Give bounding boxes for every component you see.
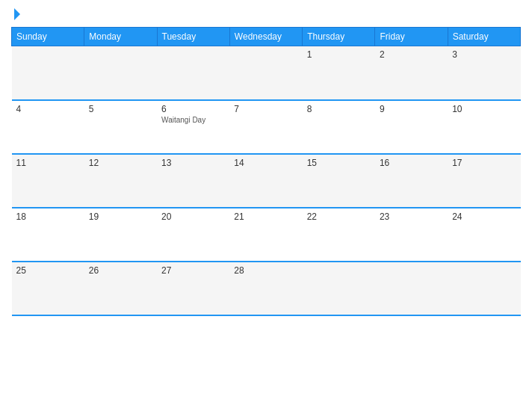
calendar-cell: 16 — [375, 154, 448, 208]
calendar-cell: 5 — [84, 100, 157, 154]
calendar-cell — [229, 46, 302, 100]
day-number: 22 — [307, 211, 371, 222]
weekday-header-saturday: Saturday — [448, 28, 520, 46]
calendar-cell: 12 — [84, 154, 157, 208]
calendar-cell: 3 — [448, 46, 520, 100]
calendar-cell — [448, 262, 520, 315]
logo-triangle-icon — [14, 8, 20, 20]
calendar-cell: 11 — [12, 154, 84, 208]
calendar-week-row: 11121314151617 — [12, 154, 521, 208]
calendar-cell: 25 — [12, 262, 84, 315]
weekday-header-monday: Monday — [84, 28, 157, 46]
day-number: 6 — [161, 104, 225, 114]
day-number: 28 — [234, 265, 297, 276]
calendar-cell: 26 — [84, 262, 157, 315]
calendar-body: 123456Waitangi Day7891011121314151617181… — [12, 46, 521, 315]
day-number: 7 — [234, 104, 297, 114]
calendar-cell: 13 — [157, 154, 229, 208]
weekday-header-wednesday: Wednesday — [229, 28, 302, 46]
calendar-cell — [12, 46, 84, 100]
day-number: 12 — [89, 158, 152, 168]
calendar-cell: 10 — [448, 100, 520, 154]
day-number: 26 — [89, 265, 152, 276]
calendar-header — [11, 7, 521, 21]
weekday-header-friday: Friday — [375, 28, 448, 46]
day-number: 3 — [452, 49, 516, 60]
weekday-header-thursday: Thursday — [303, 28, 375, 46]
day-number: 2 — [380, 49, 443, 60]
calendar-week-row: 456Waitangi Day78910 — [12, 100, 521, 154]
weekday-header-row: SundayMondayTuesdayWednesdayThursdayFrid… — [12, 28, 521, 46]
day-number: 20 — [161, 211, 225, 222]
day-number: 19 — [89, 211, 152, 222]
calendar-cell: 14 — [229, 154, 302, 208]
calendar-cell: 28 — [229, 262, 302, 315]
day-number: 1 — [307, 49, 371, 60]
day-number: 14 — [234, 158, 297, 168]
day-number: 17 — [452, 158, 516, 168]
calendar-cell: 6Waitangi Day — [157, 100, 229, 154]
day-number: 18 — [16, 211, 80, 222]
calendar-cell: 4 — [12, 100, 84, 154]
calendar-cell: 27 — [157, 262, 229, 315]
day-number: 13 — [161, 158, 225, 168]
calendar-cell: 7 — [229, 100, 302, 154]
day-number: 9 — [380, 104, 443, 114]
day-number: 15 — [307, 158, 371, 168]
day-number: 27 — [161, 265, 225, 276]
calendar-cell — [303, 262, 375, 315]
day-number: 10 — [452, 104, 516, 114]
weekday-header-sunday: Sunday — [12, 28, 84, 46]
day-number: 24 — [452, 211, 516, 222]
calendar-cell: 20 — [157, 208, 229, 262]
calendar-cell — [375, 262, 448, 315]
calendar-cell — [157, 46, 229, 100]
logo — [11, 7, 23, 21]
calendar-thead: SundayMondayTuesdayWednesdayThursdayFrid… — [12, 28, 521, 46]
day-number: 5 — [89, 104, 152, 114]
calendar-cell: 22 — [303, 208, 375, 262]
day-number: 8 — [307, 104, 371, 114]
day-number: 25 — [16, 265, 80, 276]
day-number: 23 — [380, 211, 443, 222]
day-number: 21 — [234, 211, 297, 222]
calendar-week-row: 18192021222324 — [12, 208, 521, 262]
calendar-week-row: 123 — [12, 46, 521, 100]
calendar-cell: 21 — [229, 208, 302, 262]
day-number: 4 — [16, 104, 80, 114]
calendar-cell — [84, 46, 157, 100]
calendar-table: SundayMondayTuesdayWednesdayThursdayFrid… — [11, 27, 521, 316]
calendar-cell: 8 — [303, 100, 375, 154]
calendar-cell: 2 — [375, 46, 448, 100]
calendar-cell: 17 — [448, 154, 520, 208]
calendar-cell: 24 — [448, 208, 520, 262]
holiday-label: Waitangi Day — [161, 116, 225, 124]
calendar-container: SundayMondayTuesdayWednesdayThursdayFrid… — [0, 0, 532, 411]
calendar-cell: 1 — [303, 46, 375, 100]
calendar-cell: 23 — [375, 208, 448, 262]
calendar-cell: 15 — [303, 154, 375, 208]
calendar-cell: 19 — [84, 208, 157, 262]
calendar-week-row: 25262728 — [12, 262, 521, 315]
day-number: 16 — [380, 158, 443, 168]
day-number: 11 — [16, 158, 80, 168]
calendar-cell: 9 — [375, 100, 448, 154]
weekday-header-tuesday: Tuesday — [157, 28, 229, 46]
calendar-cell: 18 — [12, 208, 84, 262]
